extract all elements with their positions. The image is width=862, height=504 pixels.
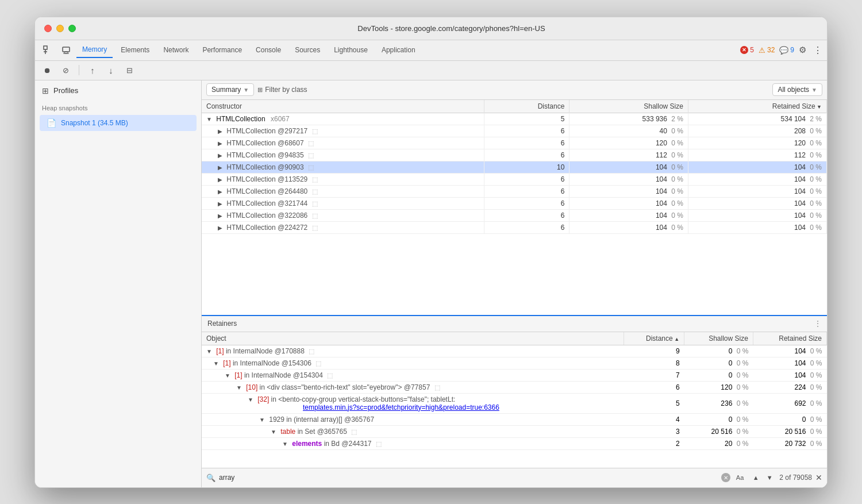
error-icon: ✕: [740, 46, 748, 54]
maximize-button[interactable]: [68, 25, 76, 32]
list-item[interactable]: ▼ [32] in <bento-copy-group vertical-sta…: [202, 393, 827, 413]
expand-icon[interactable]: ▼: [236, 384, 242, 391]
list-item[interactable]: ▼ [1] in InternalNode @154304 ⬚ 70 0 %10…: [202, 369, 827, 381]
summary-dropdown[interactable]: Summary ▼: [206, 83, 254, 96]
expand-icon[interactable]: ▶: [218, 140, 222, 147]
retainer-link[interactable]: templates.min.js?sc=prod&fetchpriority=h…: [303, 403, 499, 411]
expand-icon[interactable]: ▶: [218, 225, 222, 231]
constructor-header[interactable]: Constructor: [202, 100, 484, 113]
main-content: ⊞ Profiles Heap snapshots 📄 Snapshot 1 (…: [35, 80, 827, 487]
table-row[interactable]: ▶ HTMLCollection @321744 ⬚ 6104 0 %104 0…: [202, 197, 827, 209]
element-picker-icon[interactable]: [40, 42, 56, 58]
instance-label: HTMLCollection @90903: [226, 163, 303, 171]
search-input[interactable]: [219, 474, 718, 482]
table-row[interactable]: ▶ HTMLCollection @224272 ⬚ 6104 0 %104 0…: [202, 221, 827, 233]
retainer-shallow-header[interactable]: Shallow Size: [684, 332, 753, 345]
expand-icon[interactable]: ▼: [225, 372, 230, 379]
record-button[interactable]: ⏺: [40, 63, 55, 78]
expand-icon[interactable]: ▶: [218, 188, 222, 195]
search-close-button[interactable]: ✕: [815, 473, 822, 482]
expand-icon[interactable]: ▶: [218, 128, 222, 134]
expand-icon[interactable]: ▶: [218, 176, 222, 183]
table-row[interactable]: ▶ HTMLCollection @90903 ⬚ 10104 0 %104 0…: [202, 161, 827, 173]
instance-label: HTMLCollection @297217: [226, 127, 307, 135]
constructor-table-container[interactable]: Constructor Distance Shallow Size Retain…: [202, 100, 827, 315]
expand-icon[interactable]: ▶: [218, 164, 222, 171]
copy-icon[interactable]: ⬚: [309, 348, 314, 355]
copy-icon[interactable]: ⬚: [376, 440, 382, 447]
clear-all-button[interactable]: ⊟: [122, 63, 137, 78]
copy-icon[interactable]: ⬚: [312, 200, 318, 207]
copy-icon[interactable]: ⬚: [315, 360, 321, 367]
table-row[interactable]: ▶ HTMLCollection @113529 ⬚ 6104 0 %104 0…: [202, 173, 827, 185]
distance-header[interactable]: Distance: [484, 100, 569, 113]
retained-size-header[interactable]: Retained Size: [688, 100, 826, 113]
retainer-retained-header[interactable]: Retained Size: [753, 332, 826, 345]
copy-icon[interactable]: ⬚: [312, 128, 318, 134]
tab-elements[interactable]: Elements: [115, 42, 155, 58]
list-item[interactable]: ▼ [1] in InternalNode @154306 ⬚ 80 0 %10…: [202, 357, 827, 369]
all-objects-dropdown[interactable]: All objects ▼: [772, 83, 822, 96]
copy-icon[interactable]: ⬚: [312, 176, 318, 183]
device-toolbar-icon[interactable]: [58, 42, 74, 58]
tab-lighthouse[interactable]: Lighthouse: [328, 42, 374, 58]
list-item[interactable]: ▼ table in Set @365765 ⬚ 320 516 0 %20 5…: [202, 425, 827, 437]
minimize-button[interactable]: [56, 25, 64, 32]
search-clear-button[interactable]: ✕: [721, 473, 730, 482]
search-next-button[interactable]: ▼: [763, 471, 776, 484]
copy-icon[interactable]: ⬚: [312, 188, 318, 195]
expand-icon[interactable]: ▶: [218, 213, 222, 219]
table-row[interactable]: ▶ HTMLCollection @94835 ⬚ 6112 0 %112 0 …: [202, 149, 827, 161]
retainers-more-icon[interactable]: ⋮: [814, 320, 821, 328]
stop-button[interactable]: ⊘: [58, 63, 73, 78]
retainer-object-header[interactable]: Object: [202, 332, 624, 345]
snapshot-item[interactable]: 📄 Snapshot 1 (34.5 MB): [40, 115, 197, 131]
table-row[interactable]: ▼ HTMLCollection x6067 5 533 936 2 % 534…: [202, 113, 827, 125]
copy-icon[interactable]: ⬚: [327, 372, 333, 379]
table-row[interactable]: ▶ HTMLCollection @322086 ⬚ 6104 0 %104 0…: [202, 209, 827, 221]
retainer-highlight: elements: [292, 440, 322, 448]
list-item[interactable]: ▼ [1] in InternalNode @170888 ⬚ 90 0 %10…: [202, 345, 827, 357]
expand-icon[interactable]: ▼: [282, 441, 288, 447]
copy-icon[interactable]: ⬚: [351, 428, 357, 435]
copy-icon[interactable]: ⬚: [312, 212, 318, 219]
copy-icon[interactable]: ⬚: [308, 152, 314, 159]
take-snapshot-button[interactable]: ↑: [85, 63, 100, 78]
expand-icon[interactable]: ▶: [218, 201, 222, 207]
more-icon[interactable]: ⋮: [813, 45, 822, 56]
expand-icon[interactable]: ▼: [206, 116, 212, 122]
tab-sources[interactable]: Sources: [289, 42, 326, 58]
copy-icon[interactable]: ⬚: [434, 384, 440, 391]
copy-icon[interactable]: ⬚: [312, 224, 318, 231]
tab-application[interactable]: Application: [376, 42, 421, 58]
tab-memory[interactable]: Memory: [76, 42, 113, 58]
expand-icon[interactable]: ▼: [213, 360, 219, 367]
search-prev-button[interactable]: ▲: [749, 471, 762, 484]
nav-badges: ✕ 5 ⚠ 32 💬 9 ⚙ ⋮: [740, 45, 822, 56]
match-case-button[interactable]: Aa: [734, 473, 746, 482]
expand-icon[interactable]: ▶: [218, 152, 222, 159]
settings-icon[interactable]: ⚙: [799, 45, 806, 55]
tab-network[interactable]: Network: [157, 42, 194, 58]
copy-icon[interactable]: ⬚: [308, 140, 314, 147]
table-row[interactable]: ▶ HTMLCollection @297217 ⬚ 640 0 %208 0 …: [202, 125, 827, 137]
retainers-table-container[interactable]: Object Distance Shallow Size Retained Si…: [202, 332, 827, 468]
list-item[interactable]: ▼ 1929 in (internal array)[] @365767 40 …: [202, 413, 827, 425]
list-item[interactable]: ▼ elements in Bd @244317 ⬚ 220 0 %20 732…: [202, 437, 827, 449]
copy-icon[interactable]: ⬚: [308, 164, 314, 171]
expand-icon[interactable]: ▼: [271, 429, 276, 435]
close-button[interactable]: [44, 25, 52, 32]
list-item[interactable]: ▼ [10] in <div class="bento-rich-text" s…: [202, 381, 827, 393]
retainer-distance-header[interactable]: Distance: [624, 332, 684, 345]
load-button[interactable]: ↓: [103, 63, 118, 78]
instance-label: HTMLCollection @321744: [226, 199, 307, 207]
table-row[interactable]: ▶ HTMLCollection @68607 ⬚ 6120 0 %120 0 …: [202, 137, 827, 149]
table-row[interactable]: ▶ HTMLCollection @264480 ⬚ 6104 0 %104 0…: [202, 185, 827, 197]
shallow-size-header[interactable]: Shallow Size: [569, 100, 688, 113]
tab-performance[interactable]: Performance: [197, 42, 248, 58]
expand-icon[interactable]: ▼: [206, 348, 212, 355]
info-badge: 💬 9: [779, 46, 794, 55]
tab-console[interactable]: Console: [250, 42, 287, 58]
expand-icon[interactable]: ▼: [248, 397, 253, 403]
expand-icon[interactable]: ▼: [259, 417, 265, 423]
